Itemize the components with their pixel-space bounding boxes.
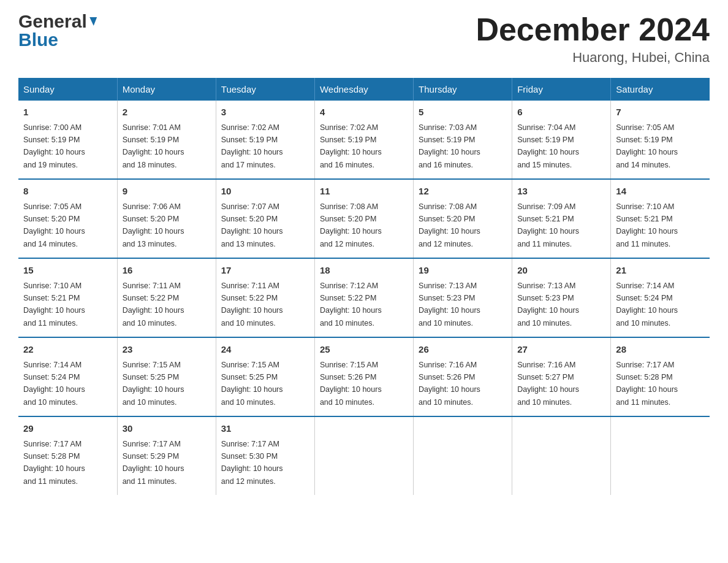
calendar-cell: 21 Sunrise: 7:14 AMSunset: 5:24 PMDaylig… — [611, 258, 710, 337]
day-info: Sunrise: 7:02 AMSunset: 5:19 PMDaylight:… — [221, 123, 283, 169]
day-info: Sunrise: 7:03 AMSunset: 5:19 PMDaylight:… — [419, 123, 480, 169]
calendar-cell: 11 Sunrise: 7:08 AMSunset: 5:20 PMDaylig… — [314, 179, 413, 258]
day-number: 22 — [23, 343, 112, 357]
day-info: Sunrise: 7:13 AMSunset: 5:23 PMDaylight:… — [419, 282, 480, 327]
day-info: Sunrise: 7:14 AMSunset: 5:24 PMDaylight:… — [616, 282, 678, 327]
day-number: 26 — [419, 343, 507, 357]
calendar-cell: 29 Sunrise: 7:17 AMSunset: 5:28 PMDaylig… — [18, 416, 117, 495]
day-info: Sunrise: 7:17 AMSunset: 5:29 PMDaylight:… — [123, 440, 184, 486]
day-number: 12 — [419, 185, 507, 199]
logo-blue-text: Blue — [18, 31, 58, 49]
calendar-cell: 15 Sunrise: 7:10 AMSunset: 5:21 PMDaylig… — [18, 258, 117, 337]
calendar-cell: 30 Sunrise: 7:17 AMSunset: 5:29 PMDaylig… — [117, 416, 216, 495]
day-number: 21 — [616, 264, 705, 278]
day-info: Sunrise: 7:09 AMSunset: 5:21 PMDaylight:… — [517, 202, 579, 248]
calendar-cell — [611, 416, 710, 495]
calendar-cell — [512, 416, 611, 495]
calendar-cell: 16 Sunrise: 7:11 AMSunset: 5:22 PMDaylig… — [117, 258, 216, 337]
calendar-cell: 19 Sunrise: 7:13 AMSunset: 5:23 PMDaylig… — [414, 258, 512, 337]
day-number: 7 — [616, 105, 705, 120]
day-info: Sunrise: 7:11 AMSunset: 5:22 PMDaylight:… — [123, 282, 184, 327]
day-info: Sunrise: 7:15 AMSunset: 5:25 PMDaylight:… — [221, 361, 283, 407]
day-info: Sunrise: 7:05 AMSunset: 5:20 PMDaylight:… — [23, 202, 85, 248]
day-info: Sunrise: 7:11 AMSunset: 5:22 PMDaylight:… — [221, 282, 283, 327]
day-number: 27 — [517, 343, 605, 357]
day-number: 19 — [419, 264, 507, 278]
day-number: 11 — [320, 185, 408, 199]
calendar-cell: 2 Sunrise: 7:01 AMSunset: 5:19 PMDayligh… — [117, 101, 216, 179]
day-number: 18 — [320, 264, 408, 278]
week-row-1: 1 Sunrise: 7:00 AMSunset: 5:19 PMDayligh… — [18, 101, 710, 179]
header-row: SundayMondayTuesdayWednesdayThursdayFrid… — [18, 78, 710, 101]
day-info: Sunrise: 7:02 AMSunset: 5:19 PMDaylight:… — [320, 123, 382, 169]
week-row-5: 29 Sunrise: 7:17 AMSunset: 5:28 PMDaylig… — [18, 416, 710, 495]
week-row-4: 22 Sunrise: 7:14 AMSunset: 5:24 PMDaylig… — [18, 337, 710, 416]
calendar-cell: 12 Sunrise: 7:08 AMSunset: 5:20 PMDaylig… — [414, 179, 512, 258]
day-number: 16 — [123, 264, 211, 278]
day-info: Sunrise: 7:00 AMSunset: 5:19 PMDaylight:… — [23, 123, 85, 169]
day-number: 15 — [23, 264, 112, 278]
day-info: Sunrise: 7:13 AMSunset: 5:23 PMDaylight:… — [517, 282, 579, 327]
day-number: 25 — [320, 343, 408, 357]
day-number: 29 — [23, 422, 112, 436]
calendar-cell: 3 Sunrise: 7:02 AMSunset: 5:19 PMDayligh… — [216, 101, 314, 179]
day-info: Sunrise: 7:05 AMSunset: 5:19 PMDaylight:… — [616, 123, 678, 169]
calendar-cell: 24 Sunrise: 7:15 AMSunset: 5:25 PMDaylig… — [216, 337, 314, 416]
calendar-cell: 6 Sunrise: 7:04 AMSunset: 5:19 PMDayligh… — [512, 101, 611, 179]
day-info: Sunrise: 7:08 AMSunset: 5:20 PMDaylight:… — [320, 202, 382, 248]
day-number: 10 — [221, 185, 309, 199]
day-number: 5 — [419, 105, 507, 120]
day-info: Sunrise: 7:16 AMSunset: 5:26 PMDaylight:… — [419, 361, 480, 407]
day-info: Sunrise: 7:17 AMSunset: 5:28 PMDaylight:… — [23, 440, 85, 486]
day-number: 2 — [123, 105, 211, 120]
calendar-table: SundayMondayTuesdayWednesdayThursdayFrid… — [18, 78, 710, 495]
day-info: Sunrise: 7:12 AMSunset: 5:22 PMDaylight:… — [320, 282, 382, 327]
calendar-cell — [414, 416, 512, 495]
day-number: 8 — [23, 185, 112, 199]
calendar-cell: 10 Sunrise: 7:07 AMSunset: 5:20 PMDaylig… — [216, 179, 314, 258]
header-saturday: Saturday — [611, 78, 710, 101]
logo-arrow-icon — [88, 17, 97, 26]
day-info: Sunrise: 7:10 AMSunset: 5:21 PMDaylight:… — [23, 282, 85, 327]
day-info: Sunrise: 7:04 AMSunset: 5:19 PMDaylight:… — [517, 123, 579, 169]
calendar-title: December 2024 — [476, 12, 710, 47]
day-number: 9 — [123, 185, 211, 199]
day-number: 28 — [616, 343, 705, 357]
calendar-cell: 13 Sunrise: 7:09 AMSunset: 5:21 PMDaylig… — [512, 179, 611, 258]
day-info: Sunrise: 7:10 AMSunset: 5:21 PMDaylight:… — [616, 202, 678, 248]
day-number: 20 — [517, 264, 605, 278]
calendar-cell: 20 Sunrise: 7:13 AMSunset: 5:23 PMDaylig… — [512, 258, 611, 337]
day-number: 23 — [123, 343, 211, 357]
day-number: 31 — [221, 422, 309, 436]
day-number: 17 — [221, 264, 309, 278]
day-info: Sunrise: 7:01 AMSunset: 5:19 PMDaylight:… — [123, 123, 184, 169]
calendar-cell: 9 Sunrise: 7:06 AMSunset: 5:20 PMDayligh… — [117, 179, 216, 258]
calendar-cell: 14 Sunrise: 7:10 AMSunset: 5:21 PMDaylig… — [611, 179, 710, 258]
calendar-cell: 23 Sunrise: 7:15 AMSunset: 5:25 PMDaylig… — [117, 337, 216, 416]
day-number: 30 — [123, 422, 211, 436]
calendar-cell: 25 Sunrise: 7:15 AMSunset: 5:26 PMDaylig… — [314, 337, 413, 416]
day-info: Sunrise: 7:16 AMSunset: 5:27 PMDaylight:… — [517, 361, 579, 407]
day-number: 13 — [517, 185, 605, 199]
calendar-cell — [314, 416, 413, 495]
page-header: General Blue December 2024 Huarong, Hube… — [18, 12, 710, 66]
calendar-cell: 27 Sunrise: 7:16 AMSunset: 5:27 PMDaylig… — [512, 337, 611, 416]
day-number: 6 — [517, 105, 605, 120]
day-info: Sunrise: 7:07 AMSunset: 5:20 PMDaylight:… — [221, 202, 283, 248]
title-block: December 2024 Huarong, Hubei, China — [476, 12, 710, 66]
day-info: Sunrise: 7:17 AMSunset: 5:30 PMDaylight:… — [221, 440, 283, 486]
week-row-2: 8 Sunrise: 7:05 AMSunset: 5:20 PMDayligh… — [18, 179, 710, 258]
day-info: Sunrise: 7:15 AMSunset: 5:25 PMDaylight:… — [123, 361, 184, 407]
day-number: 14 — [616, 185, 705, 199]
header-wednesday: Wednesday — [314, 78, 413, 101]
week-row-3: 15 Sunrise: 7:10 AMSunset: 5:21 PMDaylig… — [18, 258, 710, 337]
calendar-cell: 5 Sunrise: 7:03 AMSunset: 5:19 PMDayligh… — [414, 101, 512, 179]
calendar-cell: 7 Sunrise: 7:05 AMSunset: 5:19 PMDayligh… — [611, 101, 710, 179]
header-sunday: Sunday — [18, 78, 117, 101]
header-monday: Monday — [117, 78, 216, 101]
day-number: 24 — [221, 343, 309, 357]
calendar-cell: 4 Sunrise: 7:02 AMSunset: 5:19 PMDayligh… — [314, 101, 413, 179]
calendar-cell: 26 Sunrise: 7:16 AMSunset: 5:26 PMDaylig… — [414, 337, 512, 416]
day-info: Sunrise: 7:06 AMSunset: 5:20 PMDaylight:… — [123, 202, 184, 248]
day-info: Sunrise: 7:08 AMSunset: 5:20 PMDaylight:… — [419, 202, 480, 248]
